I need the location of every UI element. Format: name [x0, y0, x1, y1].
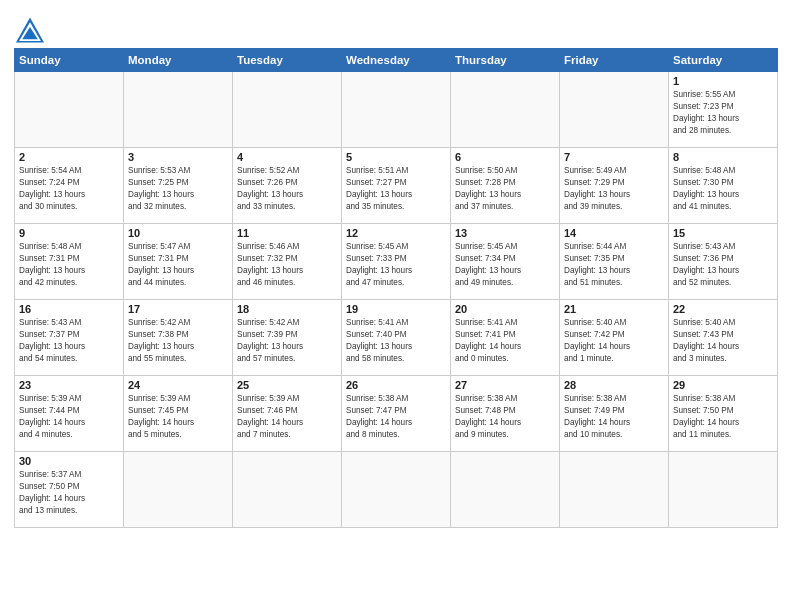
day-number: 6 [455, 151, 555, 163]
logo-icon [14, 16, 46, 44]
day-cell: 24Sunrise: 5:39 AM Sunset: 7:45 PM Dayli… [124, 376, 233, 452]
day-info: Sunrise: 5:41 AM Sunset: 7:40 PM Dayligh… [346, 317, 446, 365]
day-info: Sunrise: 5:39 AM Sunset: 7:46 PM Dayligh… [237, 393, 337, 441]
day-cell [233, 452, 342, 528]
day-info: Sunrise: 5:40 AM Sunset: 7:42 PM Dayligh… [564, 317, 664, 365]
day-cell [669, 452, 778, 528]
header-day-sunday: Sunday [15, 49, 124, 72]
day-number: 22 [673, 303, 773, 315]
day-info: Sunrise: 5:46 AM Sunset: 7:32 PM Dayligh… [237, 241, 337, 289]
day-info: Sunrise: 5:49 AM Sunset: 7:29 PM Dayligh… [564, 165, 664, 213]
day-info: Sunrise: 5:40 AM Sunset: 7:43 PM Dayligh… [673, 317, 773, 365]
day-cell: 11Sunrise: 5:46 AM Sunset: 7:32 PM Dayli… [233, 224, 342, 300]
day-cell: 9Sunrise: 5:48 AM Sunset: 7:31 PM Daylig… [15, 224, 124, 300]
day-number: 11 [237, 227, 337, 239]
day-info: Sunrise: 5:39 AM Sunset: 7:44 PM Dayligh… [19, 393, 119, 441]
day-info: Sunrise: 5:43 AM Sunset: 7:36 PM Dayligh… [673, 241, 773, 289]
header-day-thursday: Thursday [451, 49, 560, 72]
day-number: 3 [128, 151, 228, 163]
day-cell: 5Sunrise: 5:51 AM Sunset: 7:27 PM Daylig… [342, 148, 451, 224]
day-cell: 15Sunrise: 5:43 AM Sunset: 7:36 PM Dayli… [669, 224, 778, 300]
day-cell: 3Sunrise: 5:53 AM Sunset: 7:25 PM Daylig… [124, 148, 233, 224]
day-cell: 14Sunrise: 5:44 AM Sunset: 7:35 PM Dayli… [560, 224, 669, 300]
day-number: 30 [19, 455, 119, 467]
day-info: Sunrise: 5:47 AM Sunset: 7:31 PM Dayligh… [128, 241, 228, 289]
day-info: Sunrise: 5:48 AM Sunset: 7:30 PM Dayligh… [673, 165, 773, 213]
day-number: 14 [564, 227, 664, 239]
day-cell: 27Sunrise: 5:38 AM Sunset: 7:48 PM Dayli… [451, 376, 560, 452]
calendar: SundayMondayTuesdayWednesdayThursdayFrid… [14, 48, 778, 528]
day-cell: 22Sunrise: 5:40 AM Sunset: 7:43 PM Dayli… [669, 300, 778, 376]
day-cell: 4Sunrise: 5:52 AM Sunset: 7:26 PM Daylig… [233, 148, 342, 224]
day-number: 17 [128, 303, 228, 315]
day-info: Sunrise: 5:45 AM Sunset: 7:33 PM Dayligh… [346, 241, 446, 289]
day-number: 1 [673, 75, 773, 87]
day-cell [124, 72, 233, 148]
day-cell: 23Sunrise: 5:39 AM Sunset: 7:44 PM Dayli… [15, 376, 124, 452]
header-day-wednesday: Wednesday [342, 49, 451, 72]
day-info: Sunrise: 5:53 AM Sunset: 7:25 PM Dayligh… [128, 165, 228, 213]
day-cell [233, 72, 342, 148]
day-info: Sunrise: 5:45 AM Sunset: 7:34 PM Dayligh… [455, 241, 555, 289]
day-info: Sunrise: 5:51 AM Sunset: 7:27 PM Dayligh… [346, 165, 446, 213]
day-cell: 29Sunrise: 5:38 AM Sunset: 7:50 PM Dayli… [669, 376, 778, 452]
day-number: 4 [237, 151, 337, 163]
day-info: Sunrise: 5:43 AM Sunset: 7:37 PM Dayligh… [19, 317, 119, 365]
day-cell: 6Sunrise: 5:50 AM Sunset: 7:28 PM Daylig… [451, 148, 560, 224]
day-info: Sunrise: 5:39 AM Sunset: 7:45 PM Dayligh… [128, 393, 228, 441]
day-cell [451, 452, 560, 528]
day-cell: 21Sunrise: 5:40 AM Sunset: 7:42 PM Dayli… [560, 300, 669, 376]
day-info: Sunrise: 5:50 AM Sunset: 7:28 PM Dayligh… [455, 165, 555, 213]
day-cell: 25Sunrise: 5:39 AM Sunset: 7:46 PM Dayli… [233, 376, 342, 452]
day-cell: 30Sunrise: 5:37 AM Sunset: 7:50 PM Dayli… [15, 452, 124, 528]
day-info: Sunrise: 5:42 AM Sunset: 7:39 PM Dayligh… [237, 317, 337, 365]
week-row-3: 16Sunrise: 5:43 AM Sunset: 7:37 PM Dayli… [15, 300, 778, 376]
day-cell: 7Sunrise: 5:49 AM Sunset: 7:29 PM Daylig… [560, 148, 669, 224]
calendar-body: 1Sunrise: 5:55 AM Sunset: 7:23 PM Daylig… [15, 72, 778, 528]
day-info: Sunrise: 5:48 AM Sunset: 7:31 PM Dayligh… [19, 241, 119, 289]
day-info: Sunrise: 5:55 AM Sunset: 7:23 PM Dayligh… [673, 89, 773, 137]
day-number: 23 [19, 379, 119, 391]
calendar-header: SundayMondayTuesdayWednesdayThursdayFrid… [15, 49, 778, 72]
day-number: 15 [673, 227, 773, 239]
logo [14, 16, 50, 44]
day-cell [342, 452, 451, 528]
header-day-monday: Monday [124, 49, 233, 72]
day-cell: 1Sunrise: 5:55 AM Sunset: 7:23 PM Daylig… [669, 72, 778, 148]
day-cell [560, 452, 669, 528]
day-cell: 18Sunrise: 5:42 AM Sunset: 7:39 PM Dayli… [233, 300, 342, 376]
day-number: 7 [564, 151, 664, 163]
day-info: Sunrise: 5:38 AM Sunset: 7:47 PM Dayligh… [346, 393, 446, 441]
day-cell: 20Sunrise: 5:41 AM Sunset: 7:41 PM Dayli… [451, 300, 560, 376]
day-info: Sunrise: 5:41 AM Sunset: 7:41 PM Dayligh… [455, 317, 555, 365]
day-number: 21 [564, 303, 664, 315]
week-row-5: 30Sunrise: 5:37 AM Sunset: 7:50 PM Dayli… [15, 452, 778, 528]
day-info: Sunrise: 5:42 AM Sunset: 7:38 PM Dayligh… [128, 317, 228, 365]
day-info: Sunrise: 5:38 AM Sunset: 7:48 PM Dayligh… [455, 393, 555, 441]
day-cell: 2Sunrise: 5:54 AM Sunset: 7:24 PM Daylig… [15, 148, 124, 224]
day-cell [451, 72, 560, 148]
day-cell [560, 72, 669, 148]
header-day-friday: Friday [560, 49, 669, 72]
day-cell: 28Sunrise: 5:38 AM Sunset: 7:49 PM Dayli… [560, 376, 669, 452]
header [14, 10, 778, 44]
day-cell: 12Sunrise: 5:45 AM Sunset: 7:33 PM Dayli… [342, 224, 451, 300]
header-row: SundayMondayTuesdayWednesdayThursdayFrid… [15, 49, 778, 72]
day-info: Sunrise: 5:54 AM Sunset: 7:24 PM Dayligh… [19, 165, 119, 213]
page: SundayMondayTuesdayWednesdayThursdayFrid… [0, 0, 792, 612]
day-cell [342, 72, 451, 148]
day-number: 25 [237, 379, 337, 391]
day-cell: 10Sunrise: 5:47 AM Sunset: 7:31 PM Dayli… [124, 224, 233, 300]
day-cell: 16Sunrise: 5:43 AM Sunset: 7:37 PM Dayli… [15, 300, 124, 376]
day-number: 8 [673, 151, 773, 163]
day-number: 24 [128, 379, 228, 391]
day-info: Sunrise: 5:52 AM Sunset: 7:26 PM Dayligh… [237, 165, 337, 213]
week-row-2: 9Sunrise: 5:48 AM Sunset: 7:31 PM Daylig… [15, 224, 778, 300]
day-info: Sunrise: 5:44 AM Sunset: 7:35 PM Dayligh… [564, 241, 664, 289]
day-number: 5 [346, 151, 446, 163]
day-cell [15, 72, 124, 148]
day-cell [124, 452, 233, 528]
week-row-0: 1Sunrise: 5:55 AM Sunset: 7:23 PM Daylig… [15, 72, 778, 148]
day-number: 13 [455, 227, 555, 239]
day-number: 18 [237, 303, 337, 315]
